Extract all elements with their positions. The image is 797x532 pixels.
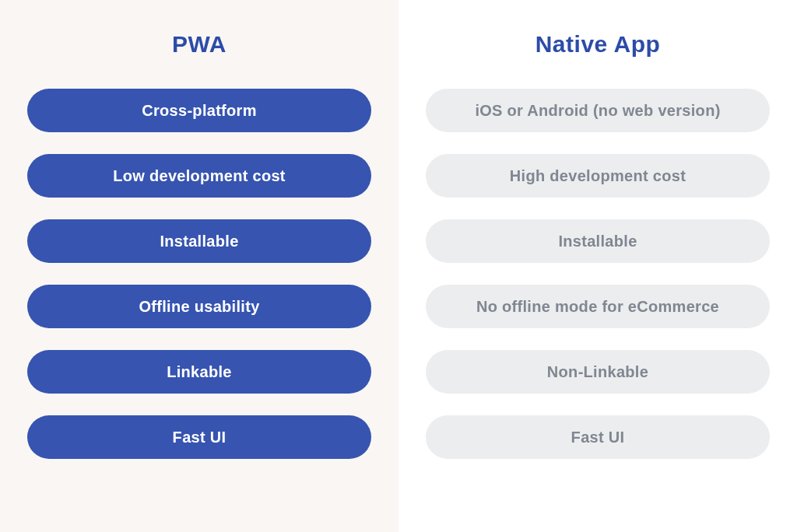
pwa-feature-pill: Cross-platform	[27, 89, 371, 132]
native-app-heading: Native App	[535, 31, 661, 58]
native-app-column: Native App iOS or Android (no web versio…	[398, 0, 797, 532]
pwa-feature-pill: Offline usability	[27, 285, 371, 328]
native-app-feature-pill: iOS or Android (no web version)	[426, 89, 770, 132]
native-app-feature-pill: Installable	[426, 219, 770, 263]
pwa-feature-pill: Low development cost	[27, 154, 371, 198]
pwa-column: PWA Cross-platform Low development cost …	[0, 0, 398, 532]
native-app-feature-pill: Non-Linkable	[426, 350, 770, 394]
pwa-feature-pill: Fast UI	[27, 415, 371, 459]
native-app-feature-pill: Fast UI	[426, 415, 770, 459]
pwa-feature-list: Cross-platform Low development cost Inst…	[27, 89, 371, 459]
pwa-feature-pill: Installable	[27, 219, 371, 263]
native-app-feature-pill: High development cost	[426, 154, 770, 198]
native-app-feature-list: iOS or Android (no web version) High dev…	[426, 89, 770, 459]
native-app-feature-pill: No offline mode for eCommerce	[426, 285, 770, 328]
pwa-heading: PWA	[172, 31, 226, 58]
pwa-feature-pill: Linkable	[27, 350, 371, 394]
